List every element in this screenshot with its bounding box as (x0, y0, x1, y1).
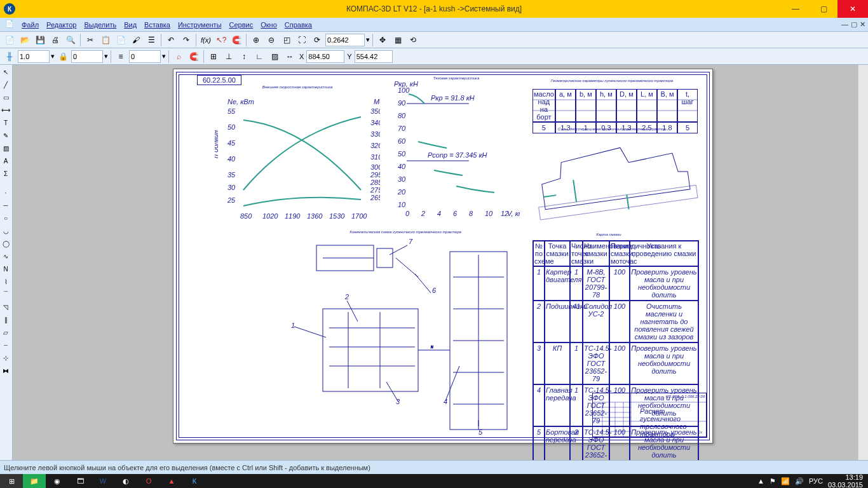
bezier-tool[interactable]: ⌇ (0, 276, 11, 287)
xy-button[interactable]: ↕ (237, 50, 251, 64)
close-button[interactable]: ✕ (837, 0, 868, 18)
axis-tool[interactable]: ⊹ (0, 352, 11, 363)
vertical-scrollbar[interactable] (858, 65, 868, 460)
tray-date[interactable]: 03.03.2015 (828, 481, 863, 488)
task-chrome[interactable]: ◐ (114, 474, 137, 488)
new-button[interactable]: 📄 (3, 33, 17, 47)
zoom-input[interactable] (325, 34, 365, 46)
preview-button[interactable]: 🔍 (64, 33, 78, 47)
format-painter-button[interactable]: 🖌 (129, 33, 143, 47)
snap-toggle-button[interactable]: ⌕ (172, 50, 186, 64)
pan-button[interactable]: ✥ (376, 33, 390, 47)
menu-file[interactable]: Файл (18, 21, 43, 29)
menu-help[interactable]: Справка (281, 21, 316, 29)
linestyle-input[interactable] (129, 50, 161, 63)
properties-button[interactable]: ☰ (144, 33, 158, 47)
fx-button[interactable]: f(x) (199, 33, 213, 47)
system-tray[interactable]: ▲ ⚑ 📶 🔊 РУС 13:19 03.03.2015 (752, 473, 868, 488)
coord-x-input[interactable] (306, 50, 344, 63)
linewidth-input[interactable] (18, 50, 50, 63)
coord-y-input[interactable] (355, 50, 393, 63)
hatch-tool[interactable]: ▨ (0, 142, 11, 154)
drawing-sheet[interactable]: 60.22.5.00 Внешняя скоростная характерис… (173, 69, 713, 444)
zoom-fit-button[interactable]: ⛶ (295, 33, 309, 47)
tray-volume-icon[interactable]: 🔊 (795, 477, 804, 485)
task-word[interactable]: W (92, 474, 114, 488)
grid-button[interactable]: ⊞ (207, 50, 220, 64)
style-button[interactable]: ╫ (3, 50, 17, 64)
menu-view[interactable]: Вид (120, 21, 140, 29)
menu-editor[interactable]: Редактор (43, 21, 80, 29)
menu-window[interactable]: Окно (257, 21, 281, 29)
layer-input[interactable] (71, 50, 103, 63)
select-tool[interactable]: ↖ (0, 66, 11, 78)
doc-close-button[interactable]: ✕ (860, 20, 865, 29)
measure-tool[interactable]: A (0, 155, 11, 166)
ellipse-tool[interactable]: ◯ (0, 238, 11, 249)
cut-button[interactable]: ✂ (83, 33, 97, 47)
view-manager-button[interactable]: ▦ (391, 33, 405, 47)
zoom-dropdown-icon[interactable]: ▾ (366, 36, 370, 44)
tray-flag-icon[interactable]: ⚑ (770, 477, 776, 485)
redo-button[interactable]: ↷ (179, 33, 193, 47)
fillet-tool[interactable]: ⌒ (0, 288, 11, 300)
offset-tool[interactable]: ‖ (0, 314, 11, 325)
magnet-button[interactable]: 🧲 (187, 50, 201, 64)
circle-tool[interactable]: ○ (0, 212, 11, 224)
ortho-button[interactable]: ⊥ (222, 50, 236, 64)
menu-tools[interactable]: Инструменты (174, 21, 226, 29)
zoom-in-button[interactable]: ⊕ (249, 33, 263, 47)
copy-button[interactable]: 📋 (98, 33, 112, 47)
task-kompas[interactable]: К (183, 474, 206, 488)
tray-lang[interactable]: РУС (809, 477, 823, 485)
lock-button[interactable]: 🔒 (56, 50, 70, 64)
doc-restore-button[interactable]: ▢ (851, 20, 857, 29)
linestyle-dropdown-icon[interactable]: ▾ (162, 52, 166, 60)
paste-button[interactable]: 📄 (114, 33, 128, 47)
minimize-button[interactable]: — (782, 0, 810, 18)
chamfer-tool[interactable]: ◹ (0, 301, 11, 313)
hatch-button[interactable]: ▨ (268, 50, 281, 64)
line-tool[interactable]: ╱ (0, 79, 11, 90)
dim-button[interactable]: ↔ (283, 50, 297, 64)
rect-tool[interactable]: ▭ (0, 92, 11, 103)
linewidth-dropdown-icon[interactable]: ▾ (51, 52, 55, 60)
menu-insert[interactable]: Вставка (140, 21, 174, 29)
print-button[interactable]: 🖨 (48, 33, 62, 47)
linestyle-button[interactable]: ≡ (114, 50, 128, 64)
task-app2[interactable]: 🗔 (69, 474, 92, 488)
snap-button[interactable]: 🧲 (229, 33, 243, 47)
text-tool[interactable]: T (0, 117, 11, 128)
task-app1[interactable]: ◉ (46, 474, 69, 488)
tray-up-icon[interactable]: ▲ (757, 477, 764, 485)
task-pdf[interactable]: ▲ (160, 474, 183, 488)
aux-line-tool[interactable]: ┄ (0, 339, 11, 351)
doc-minimize-button[interactable]: — (841, 20, 848, 29)
menu-select[interactable]: Выделить (80, 21, 120, 29)
zoom-window-button[interactable]: ◰ (280, 33, 294, 47)
segment-tool[interactable]: ─ (0, 200, 11, 211)
undo-button[interactable]: ↶ (164, 33, 178, 47)
zoom-out-button[interactable]: ⊖ (264, 33, 278, 47)
open-button[interactable]: 📂 (18, 33, 32, 47)
angle-button[interactable]: ∟ (252, 50, 266, 64)
tray-network-icon[interactable]: 📶 (781, 477, 790, 485)
redraw-button[interactable]: ⟲ (406, 33, 420, 47)
break-tool[interactable]: ⧓ (0, 365, 11, 376)
contour-tool[interactable]: ▱ (0, 327, 11, 338)
start-button[interactable]: ⊞ (0, 474, 23, 488)
cursor-button[interactable]: ↖? (214, 33, 228, 47)
menu-service[interactable]: Сервис (226, 21, 257, 29)
dimension-tool[interactable]: ⟷ (0, 104, 11, 116)
layer-dropdown-icon[interactable]: ▾ (104, 52, 108, 60)
task-opera[interactable]: O (137, 474, 160, 488)
param-tool[interactable]: Σ (0, 168, 11, 179)
edit-tool[interactable]: ✎ (0, 130, 11, 141)
spline-tool[interactable]: ∿ (0, 250, 11, 262)
arc-tool[interactable]: ◡ (0, 225, 11, 236)
save-button[interactable]: 💾 (33, 33, 47, 47)
maximize-button[interactable]: ▢ (810, 0, 837, 18)
task-explorer[interactable]: 📁 (23, 474, 46, 488)
polyline-tool[interactable]: Ν (0, 263, 11, 274)
zoom-refresh-button[interactable]: ⟳ (310, 33, 324, 47)
